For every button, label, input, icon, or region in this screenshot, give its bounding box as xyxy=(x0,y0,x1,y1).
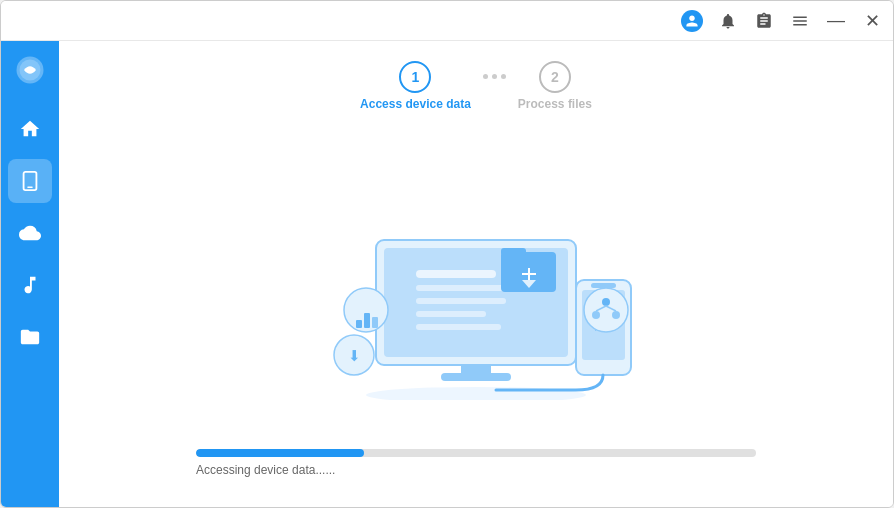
svg-point-2 xyxy=(27,67,33,73)
sidebar-item-home[interactable] xyxy=(8,107,52,151)
svg-text:⬇: ⬇ xyxy=(348,347,361,364)
sidebar-item-device[interactable] xyxy=(8,159,52,203)
user-icon[interactable] xyxy=(681,10,703,32)
svg-point-30 xyxy=(584,288,628,332)
close-button[interactable]: ✕ xyxy=(861,10,883,32)
svg-rect-16 xyxy=(501,248,526,256)
sidebar-item-cloud[interactable] xyxy=(8,211,52,255)
svg-rect-12 xyxy=(416,298,506,304)
illustration: ⛓ ⬇ xyxy=(99,131,853,449)
progress-bar-background xyxy=(196,449,756,457)
progress-status-text: Accessing device data...... xyxy=(196,463,756,477)
step-2: 2 Process files xyxy=(518,61,592,111)
menu-icon[interactable] xyxy=(789,10,811,32)
app-logo xyxy=(11,51,49,89)
app-body: 1 Access device data 2 Process files xyxy=(1,41,893,507)
svg-rect-27 xyxy=(372,317,378,328)
step-1-label: Access device data xyxy=(360,97,471,111)
titlebar-icons: — ✕ xyxy=(681,10,883,32)
sidebar xyxy=(1,41,59,507)
step-1: 1 Access device data xyxy=(360,61,471,111)
step-1-circle: 1 xyxy=(399,61,431,93)
svg-rect-4 xyxy=(27,187,33,188)
step-connector xyxy=(483,74,506,99)
svg-rect-25 xyxy=(356,320,362,328)
dot-1 xyxy=(483,74,488,79)
app-window: — ✕ xyxy=(0,0,894,508)
svg-point-33 xyxy=(612,311,620,319)
svg-rect-26 xyxy=(364,313,370,328)
bell-icon[interactable] xyxy=(717,10,739,32)
svg-point-31 xyxy=(602,298,610,306)
svg-rect-13 xyxy=(416,311,486,317)
step-1-number: 1 xyxy=(412,69,420,85)
step-2-label: Process files xyxy=(518,97,592,111)
svg-rect-10 xyxy=(416,270,496,278)
progress-bar-fill xyxy=(196,449,364,457)
dot-3 xyxy=(501,74,506,79)
titlebar: — ✕ xyxy=(1,1,893,41)
step-2-circle: 2 xyxy=(539,61,571,93)
steps-indicator: 1 Access device data 2 Process files xyxy=(360,61,592,111)
clipboard-icon[interactable] xyxy=(753,10,775,32)
minimize-button[interactable]: — xyxy=(825,10,847,32)
dot-2 xyxy=(492,74,497,79)
progress-area: Accessing device data...... xyxy=(196,449,756,477)
svg-rect-7 xyxy=(441,373,511,381)
svg-rect-22 xyxy=(591,283,616,288)
sidebar-item-files[interactable] xyxy=(8,315,52,359)
sidebar-item-music[interactable] xyxy=(8,263,52,307)
step-2-number: 2 xyxy=(551,69,559,85)
svg-point-32 xyxy=(592,311,600,319)
svg-rect-14 xyxy=(416,324,501,330)
main-content: 1 Access device data 2 Process files xyxy=(59,41,893,507)
